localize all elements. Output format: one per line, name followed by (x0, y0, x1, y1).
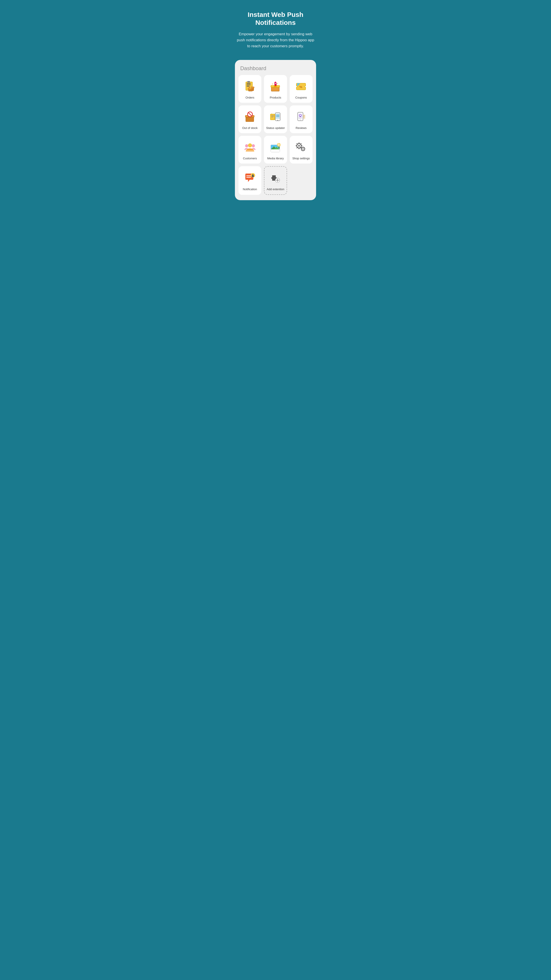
svg-line-84 (302, 150, 302, 151)
page-container: Instant Web Push Notifications Empower y… (230, 0, 321, 211)
coupons-icon: % (294, 80, 308, 94)
svg-rect-2 (247, 84, 251, 85)
svg-rect-55 (245, 150, 256, 152)
svg-rect-62 (271, 150, 280, 152)
svg-point-36 (277, 120, 278, 121)
dashboard-grid: Orders ★ ★ ★ (238, 75, 313, 195)
customers-item[interactable]: Customers (238, 136, 261, 164)
notification-item[interactable]: Notification (238, 166, 261, 195)
customers-label: Customers (243, 157, 257, 160)
shop-settings-label: Shop settings (292, 157, 310, 160)
svg-rect-49 (303, 115, 305, 116)
svg-rect-3 (247, 86, 249, 87)
header: Instant Web Push Notifications Empower y… (235, 11, 316, 49)
products-icon: ★ ★ ★ (268, 80, 283, 94)
media-library-label: Media library (267, 157, 284, 160)
dashboard-card: Dashboard (235, 60, 316, 200)
status-updater-label: Status updater (266, 126, 285, 130)
media-library-item[interactable]: Media library (264, 136, 287, 164)
orders-label: Orders (246, 96, 254, 99)
svg-rect-21 (275, 85, 276, 86)
notification-icon (243, 171, 257, 185)
add-extention-icon (268, 171, 283, 185)
out-of-stock-icon (243, 110, 257, 124)
svg-point-52 (245, 144, 248, 147)
media-library-icon (268, 140, 283, 154)
svg-rect-9 (249, 88, 251, 89)
svg-rect-10 (247, 81, 250, 83)
out-of-stock-item[interactable]: Out of stock (238, 105, 261, 133)
svg-rect-5 (249, 87, 254, 88)
svg-text:★: ★ (272, 83, 273, 85)
shop-settings-icon (294, 140, 308, 154)
svg-point-45 (300, 115, 301, 116)
coupons-item[interactable]: % Coupons (290, 75, 313, 103)
products-item[interactable]: ★ ★ ★ Products (264, 75, 287, 103)
svg-rect-37 (270, 114, 275, 120)
coupons-label: Coupons (295, 96, 307, 99)
svg-line-82 (302, 147, 302, 148)
header-subtitle: Empower your engagement by sending web p… (235, 31, 316, 49)
svg-rect-32 (276, 114, 280, 119)
status-updater-icon (268, 110, 283, 124)
svg-text:★: ★ (276, 83, 278, 84)
dashboard-title: Dashboard (238, 65, 313, 72)
svg-line-73 (300, 143, 301, 144)
svg-line-74 (297, 147, 297, 148)
svg-point-54 (248, 143, 252, 147)
add-extention-label: Add extention (267, 188, 284, 191)
notification-label: Notification (243, 188, 257, 191)
svg-line-75 (300, 147, 301, 148)
add-extention-item[interactable]: Add extention (264, 166, 287, 195)
reviews-icon (294, 110, 308, 124)
svg-point-67 (298, 145, 300, 147)
svg-rect-51 (303, 118, 305, 118)
out-of-stock-label: Out of stock (242, 126, 257, 130)
svg-line-85 (304, 150, 305, 151)
svg-text:%: % (300, 85, 302, 89)
shop-settings-item[interactable]: Shop settings (290, 136, 313, 164)
svg-point-20 (275, 83, 276, 84)
svg-rect-6 (250, 87, 251, 88)
svg-point-77 (303, 148, 304, 150)
products-label: Products (270, 96, 281, 99)
svg-line-83 (304, 147, 305, 148)
svg-point-53 (252, 144, 255, 147)
orders-icon (243, 80, 257, 94)
customers-icon (243, 140, 257, 154)
svg-rect-1 (247, 83, 251, 84)
reviews-label: Reviews (296, 126, 306, 130)
header-title: Instant Web Push Notifications (235, 11, 316, 27)
svg-rect-61 (279, 148, 279, 149)
svg-point-48 (300, 119, 301, 120)
reviews-item[interactable]: Reviews (290, 105, 313, 133)
svg-point-90 (252, 174, 253, 175)
status-updater-item[interactable]: Status updater (264, 105, 287, 133)
orders-item[interactable]: Orders (238, 75, 261, 103)
svg-rect-50 (303, 116, 305, 117)
svg-line-72 (297, 143, 297, 144)
